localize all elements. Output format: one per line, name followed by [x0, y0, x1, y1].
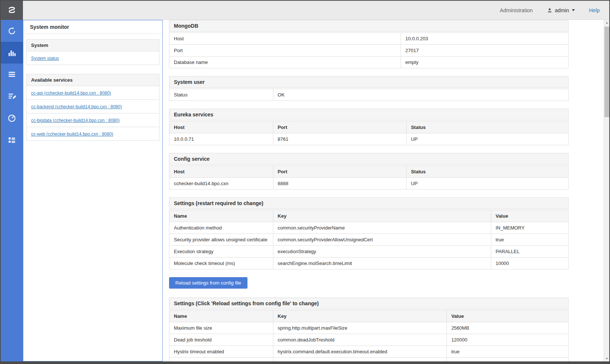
config-service-table: Host Port Status cchecker-build14.bpo.cx…	[169, 166, 569, 190]
section-settings-restart: Settings (restart required to change) Na…	[169, 197, 569, 269]
list-item: cc-backend (cchecker-build14.bpo.cxn : 8…	[27, 99, 159, 113]
scrollbar-thumb[interactable]	[604, 27, 609, 117]
col-header: Value	[446, 310, 568, 322]
col-header: Name	[169, 310, 273, 322]
sidebar-item-edit-list[interactable]	[1, 85, 23, 107]
col-header: Port	[273, 122, 406, 133]
cell-name	[169, 358, 273, 362]
sidebar-item-list[interactable]	[1, 64, 23, 85]
section-eureka: Eureka services Host Port Status 10.0.0.…	[169, 109, 569, 145]
cell-value: UP	[406, 178, 568, 190]
col-header: Status	[406, 122, 568, 133]
cell-key: common.securityProviderName	[273, 222, 491, 234]
table-header-row: Host Port Status	[169, 166, 569, 178]
sidebar-item-feed[interactable]	[1, 129, 23, 151]
main-content: MongoDB Host 10.0.0.203 Port 27017 Datab…	[163, 20, 604, 361]
caret-down-icon	[572, 9, 575, 11]
cell-key: common.deadJobTreshold	[273, 334, 446, 346]
section-title: System user	[169, 76, 569, 88]
table-row: Hystrix timeout enabled hystrix.command.…	[169, 346, 569, 358]
sidebar-item-gauge[interactable]	[1, 107, 23, 129]
list-item: cc-bigdata (cchecker-build14.bpo.cxn : 8…	[27, 113, 159, 127]
sidebar-item-refresh[interactable]	[1, 20, 23, 42]
cell-name: Maximum file size	[169, 322, 273, 334]
system-box-header: System	[27, 40, 159, 51]
service-link-cc-web[interactable]: cc-web (cchecker-build14.bpo.cxn : 8080)	[31, 132, 113, 137]
table-row: Security provider allows unsigned certif…	[169, 234, 569, 246]
administration-link[interactable]: Administration	[500, 7, 533, 13]
table-header-row: Name Key Value	[169, 210, 569, 222]
cell-value: OK	[273, 89, 568, 101]
col-header: Key	[273, 210, 491, 222]
settings-restart-table: Name Key Value Authentication method com…	[169, 210, 569, 269]
table-row: Database name empty	[169, 57, 569, 68]
cell-value: 8761	[273, 133, 406, 145]
section-title: Eureka services	[169, 109, 569, 120]
section-title: Config service	[169, 153, 569, 165]
system-user-table: Status OK	[169, 89, 569, 101]
cell-value: true	[446, 346, 568, 358]
service-link-cc-bigdata[interactable]: cc-bigdata (cchecker-build14.bpo.cxn : 8…	[31, 118, 119, 123]
section-mongodb: MongoDB Host 10.0.0.203 Port 27017 Datab…	[169, 20, 569, 68]
feed-icon	[7, 135, 17, 145]
eureka-table: Host Port Status 10.0.0.71 8761 UP	[169, 121, 569, 145]
cell-value: 10.0.0.203	[401, 33, 568, 45]
user-name: admin	[555, 7, 569, 13]
topbar-right: Administration admin Help	[500, 7, 609, 13]
scroll-down-arrow[interactable]: ▼	[604, 356, 610, 361]
cell-label: Port	[169, 45, 401, 57]
cell-value: 120000	[446, 334, 568, 346]
refresh-icon	[7, 26, 17, 36]
cell-value: PARALLEL	[491, 246, 568, 258]
col-header: Key	[273, 310, 446, 322]
cell-value: empty	[401, 57, 568, 68]
table-row: Authentication method common.securityPro…	[169, 222, 569, 234]
button-row: Reload settings from config file	[169, 277, 569, 289]
app-window: Administration admin Help	[0, 0, 610, 364]
available-services-box: Available services cc-api (cchecker-buil…	[26, 74, 159, 141]
col-header: Name	[169, 210, 273, 222]
vertical-scrollbar[interactable]: ▲ ▼	[604, 20, 609, 361]
cell-name: Molecule check timeout (ms)	[169, 258, 273, 269]
help-link[interactable]: Help	[589, 7, 600, 13]
cell-name: Authentication method	[169, 222, 273, 234]
logo-icon	[6, 4, 18, 16]
sidebar-item-system-monitor[interactable]	[1, 42, 23, 64]
table-row-partial	[169, 358, 569, 362]
top-bar: Administration admin Help	[1, 1, 609, 20]
table-row: Status OK	[169, 89, 569, 101]
table-row: Molecule check timeout (ms) searchEngine…	[169, 258, 569, 269]
service-link-cc-api[interactable]: cc-api (cchecker-build14.bpo.cxn : 8080)	[31, 91, 111, 96]
system-box: System System status	[26, 39, 159, 65]
reload-settings-button[interactable]: Reload settings from config file	[169, 277, 247, 289]
cell-value: IN_MEMORY	[491, 222, 568, 234]
section-config-service: Config service Host Port Status cchecker…	[169, 153, 569, 190]
user-menu[interactable]: admin	[547, 7, 575, 13]
available-services-header: Available services	[27, 74, 159, 86]
cell-key: hystrix.command.default.execution.timeou…	[273, 346, 446, 358]
service-link-cc-backend[interactable]: cc-backend (cchecker-build14.bpo.cxn : 8…	[31, 104, 122, 109]
list-icon	[7, 70, 17, 79]
app-logo[interactable]	[1, 1, 23, 20]
col-header: Host	[169, 122, 273, 133]
section-title: Settings (restart required to change)	[169, 197, 569, 209]
cell-key: spring.http.multipart.maxFileSize	[273, 322, 446, 334]
cell-value: 27017	[401, 45, 568, 57]
cell-key: common.securityProviderAllowUnsignedCert	[273, 234, 491, 246]
cell-key	[273, 358, 446, 362]
settings-reload-table: Name Key Value Maximum file size spring.…	[169, 310, 569, 361]
table-row: 10.0.0.71 8761 UP	[169, 133, 569, 145]
section-system-user: System user Status OK	[169, 76, 569, 101]
table-header-row: Name Key Value	[169, 310, 569, 322]
table-header-row: Host Port Status	[169, 122, 569, 133]
list-item: cc-web (cchecker-build14.bpo.cxn : 8080)	[27, 127, 159, 140]
panel-title: System monitor	[23, 20, 162, 34]
cell-name: Dead job treshold	[169, 334, 273, 346]
scroll-up-arrow[interactable]: ▲	[604, 20, 610, 25]
cell-name: Execution strategy	[169, 246, 273, 258]
cell-label: Status	[169, 89, 273, 101]
cell-label: Database name	[169, 57, 401, 68]
system-status-link[interactable]: System status	[31, 56, 59, 61]
col-header: Value	[491, 210, 568, 222]
sidebar	[1, 20, 23, 361]
